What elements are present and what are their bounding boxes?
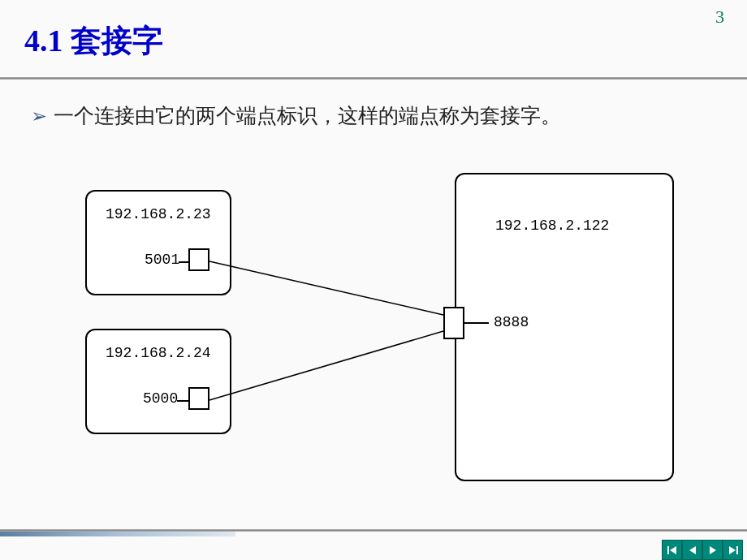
prev-icon <box>687 545 698 556</box>
footer-decoration <box>0 532 235 536</box>
svg-line-0 <box>209 261 443 315</box>
next-button[interactable] <box>702 540 723 560</box>
last-icon <box>728 545 739 556</box>
bullet-text: 一个连接由它的两个端点标识，这样的端点称为套接字。 <box>54 102 561 129</box>
svg-marker-3 <box>670 546 676 554</box>
title-area: 4.1 套接字 <box>0 0 747 66</box>
first-icon <box>667 545 678 556</box>
svg-marker-6 <box>729 546 736 554</box>
svg-marker-5 <box>710 546 716 554</box>
first-button[interactable] <box>662 540 682 560</box>
svg-marker-4 <box>689 546 696 554</box>
connection-lines <box>0 170 747 511</box>
bullet-arrow-icon: ➢ <box>31 105 47 127</box>
nav-controls <box>662 540 743 560</box>
prev-button[interactable] <box>682 540 702 560</box>
bullet-row: ➢ 一个连接由它的两个端点标识，这样的端点称为套接字。 <box>0 80 747 129</box>
page-number: 3 <box>715 6 724 28</box>
bottom-divider <box>0 529 747 532</box>
svg-rect-2 <box>667 546 669 554</box>
svg-rect-7 <box>736 546 738 554</box>
svg-line-1 <box>209 331 443 400</box>
last-button[interactable] <box>723 540 743 560</box>
socket-diagram: 192.168.2.23 5001 192.168.2.24 5000 192.… <box>0 170 747 511</box>
next-icon <box>707 545 719 556</box>
section-heading: 4.1 套接字 <box>24 20 747 62</box>
